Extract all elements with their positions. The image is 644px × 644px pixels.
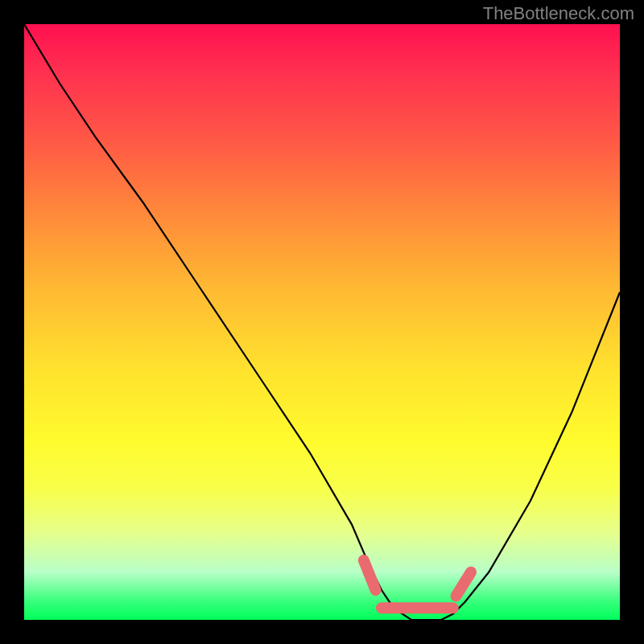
highlight-segments [364, 560, 471, 608]
curve-svg [24, 24, 620, 620]
attribution-text: TheBottleneck.com [483, 3, 634, 24]
chart-plot-area [24, 24, 620, 620]
highlight-segment [364, 560, 376, 590]
bottleneck-curve-path [24, 24, 620, 620]
highlight-segment [456, 572, 472, 597]
